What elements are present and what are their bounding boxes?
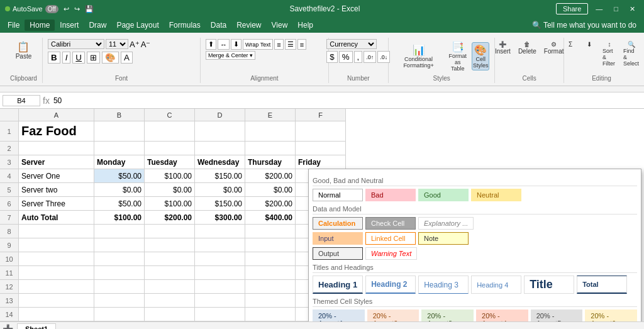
style-normal-cell[interactable]: Normal	[313, 189, 363, 201]
align-top-button[interactable]: ⬆	[206, 39, 216, 50]
increase-font-icon[interactable]: A⁺	[130, 40, 140, 49]
style-accent4-20-cell[interactable]: 20% - Accent4	[476, 309, 528, 321]
cell-a6[interactable]: Server Three	[19, 197, 94, 211]
number-format-select[interactable]: Currency	[326, 39, 377, 49]
style-output-cell[interactable]: Output	[313, 247, 363, 260]
style-note-cell[interactable]: Note	[418, 232, 469, 245]
paste-button[interactable]: 📋 Paste	[13, 39, 35, 62]
menu-page-layout[interactable]: Page Layout	[111, 20, 164, 31]
sort-filter-button[interactable]: ↕ Sort &Filter	[599, 39, 619, 69]
cell-a7[interactable]: Auto Total	[19, 211, 94, 225]
cell-f2[interactable]	[296, 142, 346, 155]
col-header-e[interactable]: E	[245, 109, 296, 121]
col-header-d[interactable]: D	[195, 109, 245, 121]
style-accent6-20-cell[interactable]: 20% - Accent6	[585, 309, 637, 321]
cell-c3[interactable]: Tuesday	[145, 155, 195, 169]
menu-help[interactable]: Help	[292, 20, 318, 31]
decrease-font-icon[interactable]: A⁻	[141, 40, 151, 49]
formula-input[interactable]	[52, 95, 641, 106]
format-as-table-button[interactable]: 📑 Format asTable	[445, 39, 470, 74]
menu-home[interactable]: Home	[25, 20, 55, 31]
cell-styles-button[interactable]: 🎨 CellStyles	[472, 42, 489, 70]
cell-c5[interactable]: $0.00	[145, 183, 195, 197]
cell-e3[interactable]: Thursday	[245, 155, 296, 169]
cell-b6[interactable]: $50.00	[94, 197, 145, 211]
menu-draw[interactable]: Draw	[84, 20, 111, 31]
style-accent2-20-cell[interactable]: 20% - Accent2	[367, 309, 419, 321]
close-button[interactable]: ✕	[626, 4, 639, 14]
cell-b4[interactable]: $50.00	[94, 169, 145, 183]
align-middle-button[interactable]: ↔	[218, 39, 230, 50]
cell-d4[interactable]: $150.00	[195, 169, 245, 183]
add-sheet-button[interactable]: ➕	[3, 324, 13, 330]
currency-btn[interactable]: $	[326, 51, 337, 63]
align-center-button[interactable]: ☰	[285, 39, 296, 50]
cell-f3[interactable]: Friday	[296, 155, 346, 169]
cell-c6[interactable]: $100.00	[145, 197, 195, 211]
delete-button[interactable]: 🗑 Delete	[515, 39, 540, 57]
style-good-cell[interactable]: Good	[418, 189, 469, 201]
share-button[interactable]: Share	[556, 3, 588, 14]
menu-view[interactable]: View	[267, 20, 293, 31]
cell-b1[interactable]	[94, 121, 145, 142]
style-total-cell[interactable]: Total	[577, 276, 627, 294]
menu-file[interactable]: File	[3, 20, 25, 31]
font-color-button[interactable]: A	[121, 52, 133, 64]
autosum-button[interactable]: Σ	[562, 39, 579, 69]
increase-decimal-btn[interactable]: .0↑	[364, 51, 376, 63]
conditional-formatting-button[interactable]: 📊 Conditional Formatting+	[394, 42, 443, 70]
percent-btn[interactable]: %	[339, 51, 353, 63]
cell-d2[interactable]	[195, 142, 245, 155]
style-calculation-cell[interactable]: Calculation	[313, 217, 363, 230]
cell-d5[interactable]: $0.00	[195, 183, 245, 197]
cell-c7[interactable]: $200.00	[145, 211, 195, 225]
save-icon[interactable]: 💾	[85, 5, 94, 13]
align-left-button[interactable]: ≡	[274, 39, 283, 50]
cell-c4[interactable]: $100.00	[145, 169, 195, 183]
cell-e4[interactable]: $200.00	[245, 169, 296, 183]
undo-icon[interactable]: ↩	[64, 5, 69, 13]
cell-b3[interactable]: Monday	[94, 155, 145, 169]
name-box[interactable]	[3, 95, 40, 106]
insert-button[interactable]: ➕ Insert	[492, 39, 514, 57]
style-input-cell[interactable]: Input	[313, 232, 363, 245]
style-check-cell[interactable]: Check Cell	[365, 217, 416, 230]
underline-button[interactable]: U	[72, 52, 85, 64]
style-heading2-cell[interactable]: Heading 2	[365, 276, 416, 294]
style-explanatory-cell[interactable]: Explanatory ...	[418, 217, 474, 230]
style-title-cell[interactable]: Title	[524, 276, 574, 294]
cell-d7[interactable]: $300.00	[195, 211, 245, 225]
cell-c2[interactable]	[145, 142, 195, 155]
menu-review[interactable]: Review	[231, 20, 266, 31]
cell-a2[interactable]	[19, 142, 94, 155]
cell-a4[interactable]: Server One	[19, 169, 94, 183]
align-right-button[interactable]: ≡	[297, 39, 306, 50]
menu-search[interactable]: 🔍 Tell me what you want to do	[527, 20, 641, 31]
style-accent3-20-cell[interactable]: 20% - Accent3	[421, 309, 474, 321]
cell-d6[interactable]: $150.00	[195, 197, 245, 211]
sheet-tab-sheet1[interactable]: Sheet1	[17, 323, 56, 329]
border-button[interactable]: ⊞	[87, 52, 100, 64]
menu-formulas[interactable]: Formulas	[164, 20, 206, 31]
style-accent5-20-cell[interactable]: 20% - Accent5	[531, 309, 583, 321]
italic-button[interactable]: I	[62, 52, 71, 64]
fill-color-button[interactable]: 🎨	[102, 52, 119, 64]
redo-icon[interactable]: ↪	[74, 5, 80, 13]
style-heading1-cell[interactable]: Heading 1	[313, 276, 363, 294]
find-select-button[interactable]: 🔍 Find &Select	[621, 39, 641, 69]
style-neutral-cell[interactable]: Neutral	[471, 189, 521, 201]
font-size-select[interactable]: 11	[106, 39, 128, 49]
minimize-button[interactable]: —	[592, 4, 606, 14]
col-header-b[interactable]: B	[94, 109, 145, 121]
menu-data[interactable]: Data	[206, 20, 231, 31]
style-heading4-cell[interactable]: Heading 4	[471, 276, 521, 294]
cell-e2[interactable]	[245, 142, 296, 155]
cell-a1[interactable]: Faz Food	[19, 121, 94, 142]
wrap-text-button[interactable]: Wrap Text	[243, 39, 273, 50]
font-family-select[interactable]: Calibri	[48, 39, 104, 49]
style-warning-cell[interactable]: Warning Text	[365, 247, 417, 260]
cell-c1[interactable]	[145, 121, 195, 142]
comma-btn[interactable]: ,	[354, 51, 363, 63]
cell-d1[interactable]	[195, 121, 245, 142]
style-accent1-20-cell[interactable]: 20% - Accent1	[313, 309, 365, 321]
